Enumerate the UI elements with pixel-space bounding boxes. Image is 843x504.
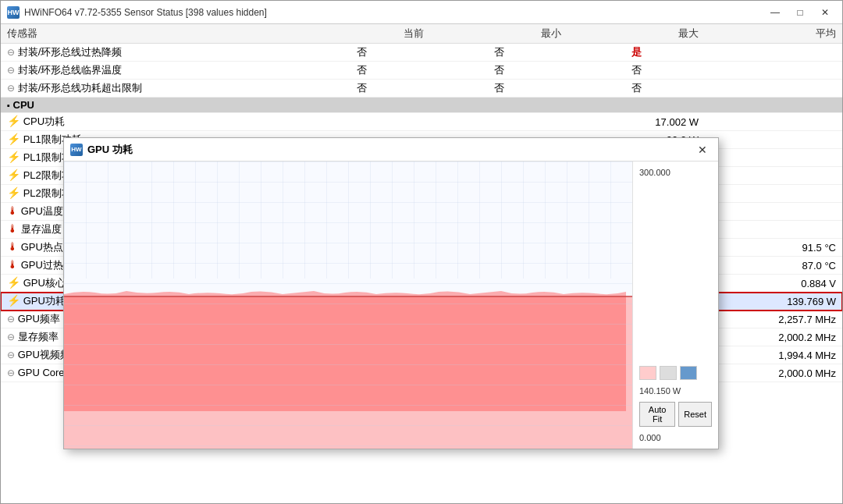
thermo-icon: 🌡 [7, 204, 18, 217]
title-bar: HW HWiNFO64 v7.72-5355 Sensor Status [39… [1, 1, 842, 24]
lightning-icon: ⚡ [7, 169, 20, 181]
col-max: 最大 [567, 24, 705, 44]
popup-title-bar: HW GPU 功耗 ✕ [64, 138, 718, 161]
main-window: HW HWiNFO64 v7.72-5355 Sensor Status [39… [0, 0, 843, 504]
chart-spacer [639, 183, 712, 357]
popup-title-left: HW GPU 功耗 [70, 143, 133, 157]
chart-svg [64, 161, 632, 449]
maximize-button[interactable]: □ [789, 5, 811, 20]
popup-title-text: GPU 功耗 [87, 143, 133, 157]
table-row: ⚡ CPU功耗 17.002 W [1, 113, 842, 131]
chart-sidebar: 300.000 140.150 W Auto Fit Reset 0.000 [632, 161, 718, 449]
content-area: 传感器 当前 最小 最大 平均 ⊖ 封装/环形总线过热降频 否 否 是 ⊖ 封装 [1, 24, 842, 503]
circle-icon: ⊖ [7, 350, 15, 360]
app-icon: HW [7, 6, 20, 19]
lightning-icon: ⚡ [7, 294, 20, 307]
chart-min-label: 0.000 [639, 433, 712, 442]
window-title: HWiNFO64 v7.72-5355 Sensor Status [398 v… [24, 7, 267, 18]
thermo-icon: 🌡 [7, 258, 18, 271]
color-boxes [639, 366, 712, 380]
thermo-icon: 🌡 [7, 240, 18, 253]
col-sensor: 传感器 [1, 24, 293, 44]
svg-rect-5 [64, 161, 632, 449]
lightning-icon: ⚡ [7, 115, 20, 127]
table-row: ⊖ 封装/环形总线过热降频 否 否 是 [1, 44, 842, 62]
lightning-icon: ⚡ [7, 133, 20, 145]
popup-app-icon: HW [70, 144, 83, 156]
sidebar-buttons: Auto Fit Reset [639, 402, 712, 427]
auto-fit-button[interactable]: Auto Fit [639, 402, 675, 427]
lightning-icon: ⚡ [7, 186, 20, 199]
chart-mid-label: 140.150 W [639, 386, 712, 396]
chart-max-label: 300.000 [639, 168, 712, 177]
color-box-1[interactable] [639, 366, 656, 380]
color-box-2[interactable] [660, 366, 677, 380]
reset-button[interactable]: Reset [678, 402, 712, 427]
minimize-button[interactable]: — [764, 5, 786, 20]
thermo-icon: 🌡 [7, 222, 18, 235]
lightning-icon: ⚡ [7, 276, 20, 289]
table-row: ⊖ 封装/环形总线功耗超出限制 否 否 否 [1, 80, 842, 98]
table-header: 传感器 当前 最小 最大 平均 [1, 24, 842, 44]
circle-icon: ⊖ [7, 332, 15, 343]
title-bar-left: HW HWiNFO64 v7.72-5355 Sensor Status [39… [7, 6, 267, 19]
lightning-icon: ⚡ [7, 151, 20, 163]
circle-icon: ⊖ [7, 83, 15, 94]
circle-icon: ⊖ [7, 65, 15, 76]
table-row: ⊖ 封装/环形总线临界温度 否 否 否 [1, 62, 842, 80]
chart-area [64, 161, 632, 449]
color-box-3[interactable] [680, 366, 697, 380]
popup-body: 300.000 140.150 W Auto Fit Reset 0.000 [64, 161, 718, 449]
gpu-chart-popup: HW GPU 功耗 ✕ [63, 137, 719, 449]
close-button[interactable]: ✕ [814, 5, 836, 20]
cpu-group-header: ▪ CPU [1, 98, 842, 113]
circle-icon: ⊖ [7, 314, 15, 325]
col-current: 当前 [293, 24, 430, 44]
col-min: 最小 [430, 24, 567, 44]
circle-icon: ⊖ [7, 47, 15, 58]
title-controls: — □ ✕ [764, 5, 836, 20]
circle-icon: ⊖ [7, 367, 15, 378]
col-avg: 平均 [705, 24, 842, 44]
popup-close-button[interactable]: ✕ [693, 142, 712, 158]
cpu-group-label: ▪ CPU [1, 98, 842, 113]
